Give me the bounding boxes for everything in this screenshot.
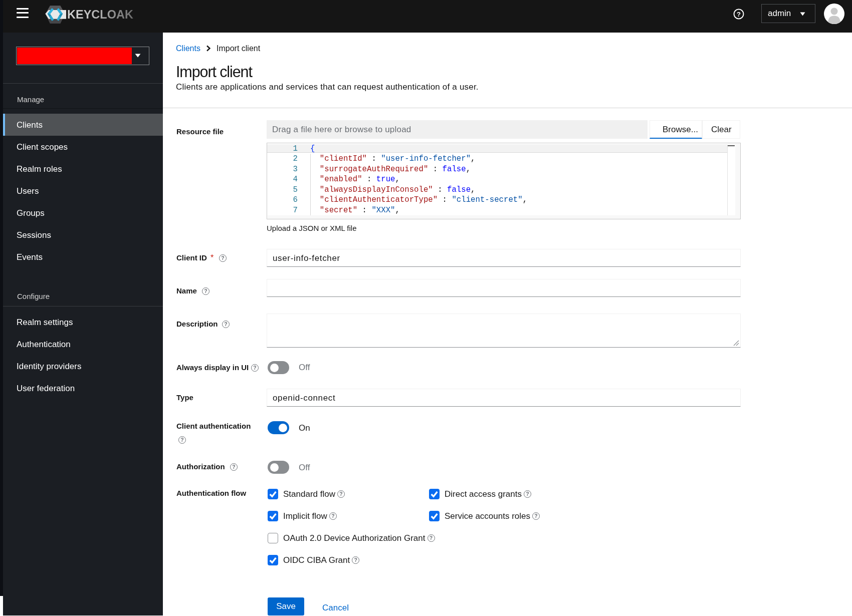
svg-text:?: ? xyxy=(737,11,741,18)
